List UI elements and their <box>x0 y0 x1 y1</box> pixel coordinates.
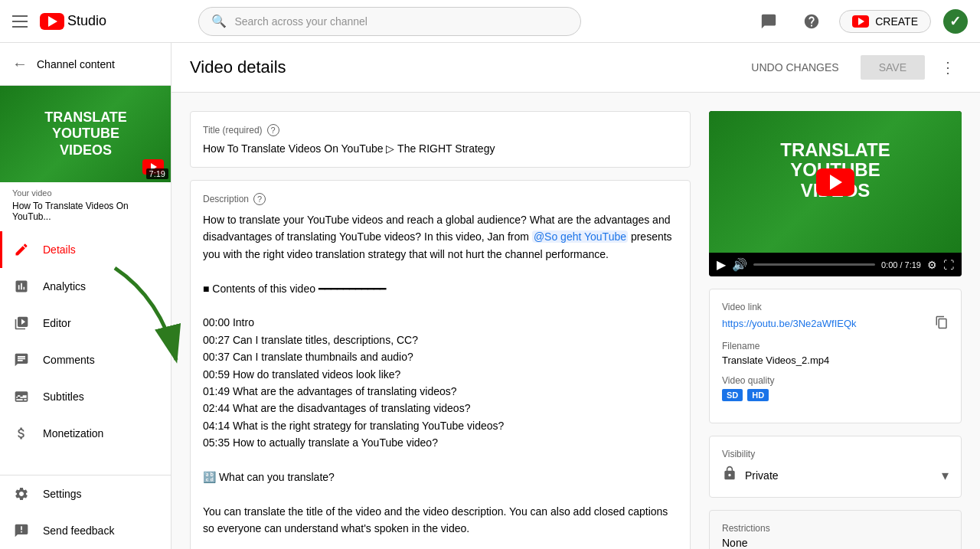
video-link-label: Video link <box>722 302 949 312</box>
undo-button[interactable]: UNDO CHANGES <box>739 55 851 80</box>
settings-icon <box>12 485 31 503</box>
video-preview: TranslateYouTubeVideos ▶ 🔊 <box>709 111 962 276</box>
channel-mention: @So geht YouTube <box>532 230 628 243</box>
visibility-label: Visibility <box>722 449 949 459</box>
messages-icon[interactable] <box>753 6 784 37</box>
editor-label: Editor <box>43 317 71 329</box>
video-duration-badge: 7:19 <box>146 168 168 179</box>
feedback-label: Send feedback <box>43 524 114 537</box>
preview-yt-logo <box>816 168 854 196</box>
analytics-icon <box>12 277 31 296</box>
sidebar-item-comments[interactable]: Comments <box>0 341 171 378</box>
description-label-text: Description <box>203 194 249 204</box>
sidebar-item-feedback[interactable]: Send feedback <box>0 512 171 549</box>
header-actions: UNDO CHANGES SAVE ⋮ <box>739 55 962 80</box>
back-arrow-icon: ← <box>12 55 28 73</box>
studio-text: Studio <box>67 13 106 29</box>
app-header: Studio 🔍 CREATE <box>0 0 980 43</box>
search-icon: 🔍 <box>211 14 227 28</box>
quality-badges: SD HD <box>722 389 949 401</box>
subtitles-nav-icon <box>12 387 31 406</box>
video-time: 0:00 / 7:19 <box>881 260 921 270</box>
description-value: How to translate your YouTube videos and… <box>203 211 678 549</box>
settings-label: Settings <box>43 488 82 500</box>
video-link-row: Video link https://youtu.be/3Ne2aWfIEQk <box>722 302 949 332</box>
content-body: Title (required) ? How To Translate Vide… <box>172 93 980 549</box>
volume-button[interactable]: 🔊 <box>732 257 747 272</box>
details-icon <box>12 240 31 259</box>
main-layout: ← Channel content TranslateYouTubeVideos… <box>0 43 980 549</box>
private-icon <box>722 466 737 485</box>
comments-icon <box>12 351 31 369</box>
video-info-card: Video link https://youtu.be/3Ne2aWfIEQk … <box>709 289 962 423</box>
video-link-value[interactable]: https://youtu.be/3Ne2aWfIEQk <box>722 318 857 329</box>
restrictions-card: Restrictions None <box>709 510 962 549</box>
monetization-icon <box>12 424 31 443</box>
hd-badge: HD <box>747 389 769 401</box>
menu-icon[interactable] <box>12 12 31 31</box>
form-section: Title (required) ? How To Translate Vide… <box>190 111 691 549</box>
sidebar-item-details[interactable]: Details <box>0 231 171 268</box>
thumbnail-title-text: TranslateYouTubeVideos <box>37 102 135 167</box>
video-quality-label: Video quality <box>722 375 949 386</box>
visibility-dropdown-arrow: ▾ <box>942 467 949 484</box>
play-button[interactable]: ▶ <box>717 257 726 272</box>
create-button[interactable]: CREATE <box>839 10 931 33</box>
play-triangle-icon <box>48 16 57 27</box>
create-play-icon <box>858 18 864 25</box>
filename-row: Filename Translate Videos_2.mp4 <box>722 341 949 366</box>
progress-bar[interactable] <box>753 263 875 266</box>
visibility-card[interactable]: Visibility Private ▾ <box>709 436 962 498</box>
youtube-studio-logo: Studio <box>40 13 106 30</box>
create-icon <box>852 15 869 28</box>
user-avatar[interactable] <box>943 9 968 34</box>
title-help-icon[interactable]: ? <box>267 124 279 136</box>
sidebar: ← Channel content TranslateYouTubeVideos… <box>0 43 172 549</box>
visibility-left: Private <box>722 466 779 485</box>
sidebar-item-monetization[interactable]: Monetization <box>0 415 171 452</box>
more-options-icon[interactable]: ⋮ <box>934 55 962 80</box>
restrictions-value: None <box>722 537 949 549</box>
your-video-label: Your video <box>0 182 171 199</box>
description-help-icon[interactable]: ? <box>253 193 266 205</box>
sidebar-item-subtitles[interactable]: Subtitles <box>0 378 171 415</box>
settings-ctrl-icon[interactable]: ⚙ <box>927 259 937 271</box>
fullscreen-icon[interactable]: ⛶ <box>943 259 954 271</box>
video-controls: ▶ 🔊 0:00 / 7:19 ⚙ ⛶ <box>709 253 962 276</box>
subtitles-nav-label: Subtitles <box>43 391 84 403</box>
description-label: Description ? <box>203 193 678 205</box>
preview-play-icon <box>830 175 842 190</box>
save-button[interactable]: SAVE <box>861 55 925 80</box>
create-label: CREATE <box>875 15 918 28</box>
title-field[interactable]: Title (required) ? How To Translate Vide… <box>190 111 691 168</box>
search-bar[interactable]: 🔍 <box>198 7 581 36</box>
page-title: Video details <box>190 57 286 77</box>
video-thumbnail: TranslateYouTubeVideos 7:19 <box>0 86 171 182</box>
main-content: Video details UNDO CHANGES SAVE ⋮ Title … <box>172 43 980 549</box>
title-value: How To Translate Videos On YouTube ▷ The… <box>203 142 678 155</box>
restrictions-label: Restrictions <box>722 523 949 534</box>
video-quality-row: Video quality SD HD <box>722 375 949 401</box>
back-to-channel-content[interactable]: ← Channel content <box>0 43 171 86</box>
preview-thumbnail: TranslateYouTubeVideos <box>709 111 962 253</box>
page-header: Video details UNDO CHANGES SAVE ⋮ <box>172 43 980 93</box>
sidebar-item-settings[interactable]: Settings <box>0 475 171 512</box>
sidebar-item-analytics[interactable]: Analytics <box>0 268 171 305</box>
visibility-select[interactable]: Private ▾ <box>722 466 949 485</box>
search-input[interactable] <box>234 15 568 28</box>
details-label: Details <box>43 243 76 256</box>
feedback-icon <box>12 521 31 540</box>
visibility-value: Private <box>745 469 779 482</box>
header-left: Studio <box>12 12 106 31</box>
thumbnail-image: TranslateYouTubeVideos 7:19 <box>0 86 172 182</box>
help-icon[interactable] <box>796 6 827 37</box>
description-field[interactable]: Description ? How to translate your YouT… <box>190 180 691 549</box>
your-video-title: How To Translate Videos On YouTub... <box>0 199 171 231</box>
sidebar-item-editor[interactable]: Editor <box>0 305 171 341</box>
filename-value: Translate Videos_2.mp4 <box>722 355 949 366</box>
title-field-label: Title (required) ? <box>203 124 678 136</box>
youtube-icon <box>40 13 64 30</box>
title-label-text: Title (required) <box>203 125 263 136</box>
channel-content-label: Channel content <box>37 58 115 70</box>
copy-link-button[interactable] <box>935 315 949 332</box>
